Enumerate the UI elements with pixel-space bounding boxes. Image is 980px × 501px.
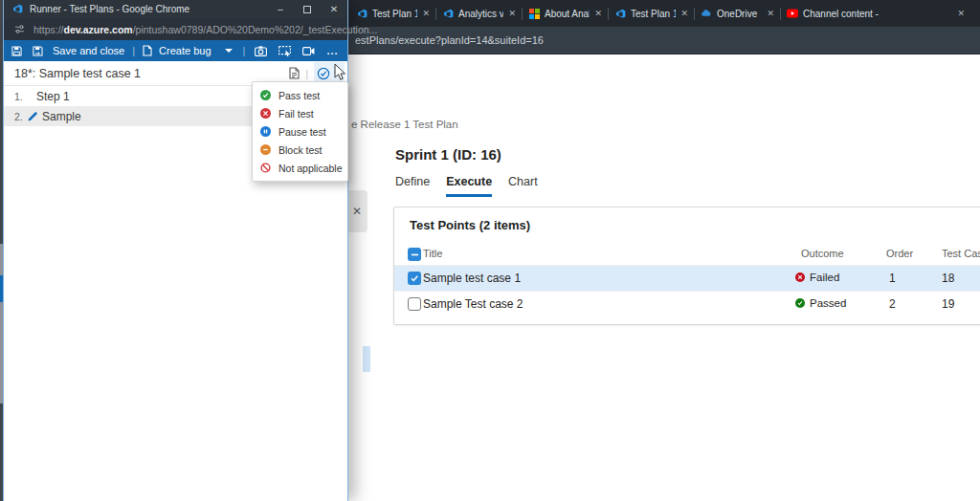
panel-close-icon[interactable]: ✕ xyxy=(346,190,368,232)
maximize-button[interactable] xyxy=(294,0,321,18)
outcome-text: Failed xyxy=(810,272,839,283)
save-all-icon[interactable] xyxy=(32,46,43,56)
video-record-icon[interactable] xyxy=(302,47,315,55)
runner-address-bar[interactable]: https://dev.azure.com/pintushaw0789/ADO%… xyxy=(4,18,347,40)
tab-define[interactable]: Define xyxy=(395,175,430,197)
suite-tabs: Define Execute Chart xyxy=(395,175,538,197)
column-header-test-case-id[interactable]: Test Case Id xyxy=(942,248,980,259)
screenshot-camera-icon[interactable] xyxy=(255,46,267,56)
menu-item-label: Pause test xyxy=(278,126,326,138)
background-url-fragment: estPlans/execute?planId=14&suiteId=16 xyxy=(355,34,544,46)
left-scrollbar-thumb[interactable] xyxy=(0,275,3,302)
onedrive-icon xyxy=(701,8,712,19)
tab-label: Analytics views - xyxy=(458,9,503,19)
window-title: Runner - Test Plans - Google Chrome xyxy=(30,4,189,14)
menu-item-label: Pass test xyxy=(278,90,320,101)
browser-tab-channel-content[interactable]: Channel content - ✕ xyxy=(781,0,980,27)
runner-title-bar[interactable]: Runner - Test Plans - Google Chrome – ✕ xyxy=(4,0,347,18)
browser-tab-about-analytics[interactable]: About Analytics v ✕ xyxy=(523,0,608,27)
runner-url: https://dev.azure.com/pintushaw0789/ADO%… xyxy=(33,24,377,35)
test-case-id-cell: 19 xyxy=(942,297,954,311)
menu-item-label: Fail test xyxy=(278,108,314,120)
test-points-title: Test Points (2 items) xyxy=(410,218,530,232)
site-settings-icon xyxy=(13,24,25,35)
not-applicable-circle-icon xyxy=(260,163,271,173)
row-checkbox-checked[interactable] xyxy=(408,272,421,285)
tab-close-icon[interactable]: ✕ xyxy=(680,9,688,18)
menu-item-not-applicable[interactable]: Not applicable xyxy=(253,159,347,177)
azure-devops-icon xyxy=(442,8,454,19)
menu-item-pause-test[interactable]: Pause test xyxy=(253,122,347,141)
column-header-title[interactable]: Title xyxy=(423,248,442,259)
more-options-button[interactable]: ... xyxy=(326,45,338,56)
screen-capture-icon[interactable] xyxy=(278,46,291,56)
table-row[interactable]: Sample test case 1 Failed 1 18 xyxy=(394,266,980,291)
document-icon xyxy=(143,45,152,56)
runner-toolbar: Save and close | Create bug | ... xyxy=(4,40,347,61)
url-scheme: https:// xyxy=(33,24,64,35)
tab-execute[interactable]: Execute xyxy=(446,175,492,197)
pause-circle-icon xyxy=(260,126,271,137)
minimize-button[interactable]: – xyxy=(267,0,294,18)
browser-tab-analytics-views[interactable]: Analytics views - ✕ xyxy=(436,0,522,27)
mouse-cursor xyxy=(334,63,346,85)
test-points-card: Test Points (2 items) Title Outcome Orde… xyxy=(393,207,980,325)
browser-tab-test-plan-2[interactable]: Test Plan 14 Samp ✕ xyxy=(609,0,694,27)
tab-label: OneDrive xyxy=(717,9,762,19)
tab-close-icon[interactable]: ✕ xyxy=(422,9,430,18)
pass-circle-icon xyxy=(260,90,271,100)
page-title: Sprint 1 (ID: 16) xyxy=(395,146,501,163)
passed-icon xyxy=(795,298,805,308)
tab-close-icon[interactable]: ✕ xyxy=(594,9,602,18)
edit-pencil-icon xyxy=(27,111,38,122)
menu-item-fail-test[interactable]: Fail test xyxy=(253,104,347,122)
menu-item-block-test[interactable]: Block test xyxy=(253,141,347,159)
column-header-order[interactable]: Order xyxy=(886,248,913,259)
header-separator: | xyxy=(305,68,308,79)
tab-close-icon[interactable]: ✕ xyxy=(508,9,516,18)
url-path: /pintushaw0789/ADO%20Demo%202/_testExecu… xyxy=(133,24,378,35)
outcome-text: Passed xyxy=(810,297,846,309)
browser-tab-onedrive[interactable]: OneDrive ✕ xyxy=(695,0,780,27)
test-case-title: 18*: Sample test case 1 xyxy=(14,67,141,80)
check-circle-icon xyxy=(317,67,330,80)
step-number: 1. xyxy=(14,91,30,102)
table-header: Title Outcome Order Test Case Id xyxy=(394,243,980,266)
chevron-down-icon[interactable] xyxy=(225,49,233,53)
attachments-icon[interactable] xyxy=(289,67,300,79)
save-icon[interactable] xyxy=(11,46,22,56)
row-checkbox-unchecked[interactable] xyxy=(408,297,421,311)
youtube-icon xyxy=(787,8,798,19)
tab-chart[interactable]: Chart xyxy=(508,175,538,197)
breadcrumb[interactable]: e Release 1 Test Plan xyxy=(351,119,458,130)
order-cell: 1 xyxy=(889,272,896,285)
screenshot-root: Test Plan 14 Samp ✕ Analytics views - ✕ … xyxy=(0,0,980,501)
outcome-cell: Passed xyxy=(795,297,846,309)
url-domain: dev.azure.com xyxy=(64,24,133,35)
failed-icon xyxy=(795,272,805,282)
tab-close-icon[interactable]: ✕ xyxy=(957,9,965,18)
toolbar-separator: | xyxy=(243,45,246,56)
azure-devops-icon xyxy=(356,8,368,19)
background-selection-artifact xyxy=(363,346,370,372)
tab-close-icon[interactable]: ✕ xyxy=(767,9,774,18)
close-button[interactable]: ✕ xyxy=(321,0,347,18)
step-label: Step 1 xyxy=(36,90,70,103)
save-and-close-button[interactable]: Save and close xyxy=(53,45,124,56)
fail-circle-icon xyxy=(260,108,271,119)
select-all-checkbox[interactable] xyxy=(408,248,421,261)
table-row[interactable]: Sample Test case 2 Passed 2 19 xyxy=(394,291,980,316)
column-header-outcome[interactable]: Outcome xyxy=(801,248,844,259)
block-circle-icon xyxy=(260,144,271,155)
left-scrollbar-track[interactable] xyxy=(0,244,3,403)
test-runner-window: Runner - Test Plans - Google Chrome – ✕ … xyxy=(3,0,348,501)
menu-item-label: Not applicable xyxy=(278,163,343,174)
order-cell: 2 xyxy=(889,297,896,311)
background-tabs: Test Plan 14 Samp ✕ Analytics views - ✕ … xyxy=(350,0,980,27)
menu-item-pass-test[interactable]: Pass test xyxy=(253,86,347,104)
create-bug-button[interactable]: Create bug xyxy=(159,45,211,56)
azure-devops-icon xyxy=(614,8,626,19)
menu-item-label: Block test xyxy=(278,144,323,156)
tab-label: Test Plan 14 Samp xyxy=(631,9,676,19)
azure-devops-icon xyxy=(11,4,23,15)
